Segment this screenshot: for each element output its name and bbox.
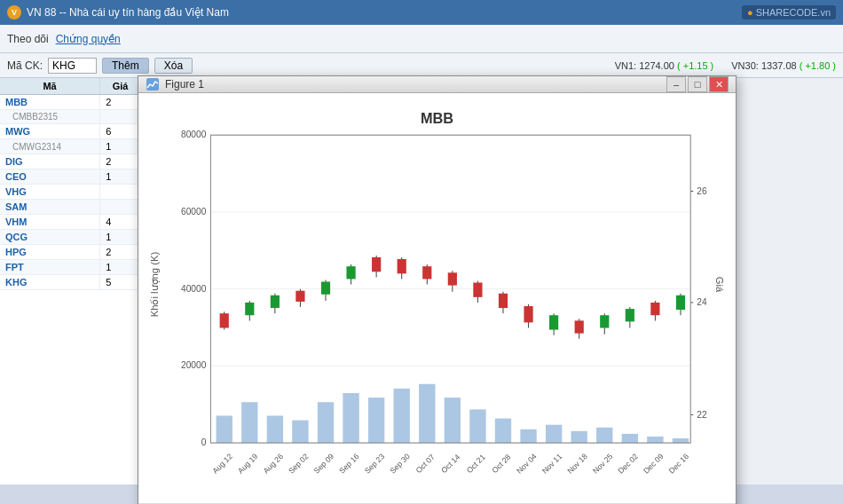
col-gia: Giá <box>100 78 141 95</box>
svg-text:Dec 02: Dec 02 <box>616 452 640 476</box>
stock-price: 2 <box>100 154 141 169</box>
stock-name[interactable]: SAM <box>0 200 100 215</box>
svg-rect-31 <box>495 419 511 444</box>
svg-text:40000: 40000 <box>181 284 207 294</box>
stock-price: 5 <box>100 275 141 290</box>
svg-text:20000: 20000 <box>181 361 207 371</box>
stock-price <box>100 200 141 215</box>
stock-row[interactable]: KHG5 <box>0 275 141 290</box>
svg-text:Dec 09: Dec 09 <box>642 452 666 476</box>
stock-price: 4 <box>100 215 141 230</box>
stock-row[interactable]: VHM4 <box>0 215 141 230</box>
svg-rect-40 <box>220 313 229 327</box>
x-axis-labels: Aug 12 Aug 19 Aug 26 Sep 02 Sep 09 Sep 1… <box>210 452 690 476</box>
svg-rect-74 <box>650 303 659 315</box>
chart-body: MBB ShareCode.vn 0 20000 40000 60000 800… <box>138 93 736 503</box>
svg-rect-60 <box>473 283 482 297</box>
title-bar: V VN 88 -- Nhà cái uy tín hàng đầu Việt … <box>0 0 843 25</box>
stock-row[interactable]: HPG2 <box>0 245 141 260</box>
toolbar-label: Theo dõi <box>7 33 49 45</box>
svg-text:Aug 12: Aug 12 <box>210 452 234 476</box>
stock-name[interactable]: MBB <box>0 95 100 110</box>
svg-text:0: 0 <box>201 437 207 447</box>
stock-row[interactable]: CMWG23141 <box>0 139 141 154</box>
stock-name[interactable]: CMBB2315 <box>0 110 100 124</box>
stock-name[interactable]: VHG <box>0 185 100 200</box>
svg-rect-68 <box>575 320 584 333</box>
stock-price <box>100 110 141 124</box>
vn30-price: VN30: 1337.08 ( +1.80 ) <box>731 60 836 71</box>
stock-row[interactable]: MBB2 <box>0 95 141 110</box>
svg-rect-70 <box>600 315 609 327</box>
stock-row[interactable]: VHG <box>0 185 141 200</box>
stock-row[interactable]: SAM <box>0 200 141 215</box>
close-button[interactable]: ✕ <box>709 76 729 92</box>
stock-price: 1 <box>100 230 141 245</box>
them-button[interactable]: Thêm <box>102 58 149 74</box>
stock-row[interactable]: MWG6 <box>0 124 141 139</box>
svg-rect-76 <box>676 295 685 310</box>
svg-rect-30 <box>469 409 485 443</box>
svg-text:Sep 16: Sep 16 <box>337 452 361 476</box>
stock-name[interactable]: VHM <box>0 215 100 230</box>
stock-row[interactable]: CMBB2315 <box>0 110 141 124</box>
svg-rect-25 <box>343 393 358 443</box>
stock-row[interactable]: CEO1 <box>0 169 141 185</box>
svg-rect-36 <box>622 434 638 443</box>
window-title: VN 88 -- Nhà cái uy tín hàng đầu Việt Na… <box>27 6 229 19</box>
main-window: V VN 88 -- Nhà cái uy tín hàng đầu Việt … <box>0 0 843 504</box>
svg-rect-42 <box>245 303 254 315</box>
restore-button[interactable]: □ <box>688 76 707 92</box>
svg-text:Oct 21: Oct 21 <box>465 453 487 475</box>
svg-text:Khối lượng (K): Khối lượng (K) <box>149 252 161 318</box>
svg-rect-21 <box>241 402 257 443</box>
stock-name[interactable]: DIG <box>0 154 100 169</box>
stock-name[interactable]: MWG <box>0 124 100 139</box>
stock-list: Mã Giá MBB2CMBB2315MWG6CMWG23141DIG2CEO1… <box>0 78 142 504</box>
svg-rect-35 <box>596 428 612 443</box>
svg-rect-26 <box>368 398 384 443</box>
svg-rect-27 <box>394 389 410 443</box>
stock-name[interactable]: KHG <box>0 275 100 290</box>
ma-ck-input[interactable] <box>48 58 97 74</box>
svg-rect-54 <box>398 259 406 273</box>
logo: ● SHARECODE.vn <box>742 5 836 20</box>
price-info: VN1: 1274.00 ( +1.15 ) VN30: 1337.08 ( +… <box>615 60 836 71</box>
svg-text:Sep 23: Sep 23 <box>363 452 387 476</box>
stock-row[interactable]: QCG1 <box>0 230 141 245</box>
svg-text:Nov 18: Nov 18 <box>565 452 589 476</box>
svg-text:60000: 60000 <box>181 207 207 217</box>
svg-rect-20 <box>217 416 232 444</box>
svg-rect-38 <box>673 438 689 443</box>
svg-rect-50 <box>346 266 355 279</box>
stock-table: Mã Giá MBB2CMBB2315MWG6CMWG23141DIG2CEO1… <box>0 78 141 290</box>
svg-rect-46 <box>295 291 304 302</box>
svg-text:22: 22 <box>697 410 707 420</box>
stock-price: 1 <box>100 139 141 154</box>
chung-quyen-link[interactable]: Chứng quyền <box>56 33 121 45</box>
svg-text:Nov 11: Nov 11 <box>540 452 564 476</box>
ma-ck-label: Mã CK: <box>7 59 43 72</box>
stock-name[interactable]: HPG <box>0 245 100 260</box>
chart-svg: MBB ShareCode.vn 0 20000 40000 60000 800… <box>147 102 727 503</box>
xoa-button[interactable]: Xóa <box>154 58 193 74</box>
stock-price: 2 <box>100 95 141 110</box>
stock-row[interactable]: DIG2 <box>0 154 141 169</box>
minimize-button[interactable]: – <box>666 76 686 92</box>
stock-name[interactable]: FPT <box>0 260 100 275</box>
col-ma: Mã <box>0 78 100 95</box>
stock-price <box>100 185 141 200</box>
toolbar2: Mã CK: Thêm Xóa VN1: 1274.00 ( +1.15 ) V… <box>0 53 843 78</box>
chart-window[interactable]: Figure 1 – □ ✕ MBB ShareCode.vn <box>138 75 737 504</box>
stock-name[interactable]: CMWG2314 <box>0 139 100 154</box>
svg-text:Nov 25: Nov 25 <box>591 452 615 476</box>
figure-icon <box>146 77 160 91</box>
toolbar1: Theo dõi Chứng quyền <box>0 25 843 53</box>
svg-rect-52 <box>372 257 381 272</box>
chart-window-controls: – □ ✕ <box>666 76 729 92</box>
svg-text:Dec 16: Dec 16 <box>667 452 691 476</box>
svg-text:Sep 02: Sep 02 <box>287 452 311 476</box>
stock-row[interactable]: FPT1 <box>0 260 141 275</box>
stock-name[interactable]: CEO <box>0 169 100 185</box>
stock-name[interactable]: QCG <box>0 230 100 245</box>
